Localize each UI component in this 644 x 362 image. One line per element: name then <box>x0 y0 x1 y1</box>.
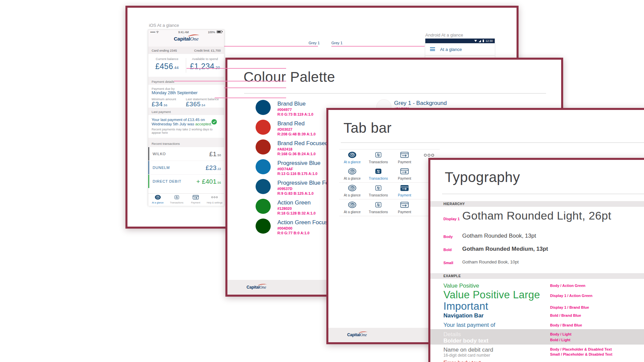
typography-title: Typography <box>445 169 520 185</box>
swatch-circle <box>256 139 271 155</box>
phone-tab-transactions[interactable]: Transactions <box>167 194 186 206</box>
at-a-glance-icon <box>155 195 161 200</box>
swatch-name: Action Green Focused <box>277 219 334 226</box>
swatch-hex: #0D74AF <box>277 167 293 171</box>
payment-due-annotation-line <box>224 87 286 88</box>
hamburger-menu-icon[interactable] <box>430 47 435 52</box>
last-payment-line1: Your last payment of £13.45 on <box>152 118 205 122</box>
transaction-name: DIRECT DEBIT <box>153 179 181 183</box>
phone-tab-payment[interactable]: Payment <box>186 194 205 206</box>
last-payment-line2: Wednesday 5th July was accepted. <box>152 122 212 126</box>
android-artboard-label: Android At a glance <box>425 33 463 38</box>
payment-details-annotation-line <box>174 81 286 81</box>
swatch-hex: #004D00 <box>277 226 292 230</box>
section-payment-details: Payment details <box>152 80 174 83</box>
phone-tab-label: Payment <box>186 201 205 204</box>
tab-bar-title: Tab bar <box>343 120 392 136</box>
example-note: Display 1 / Action Green <box>550 294 592 298</box>
at-a-glance-icon <box>348 201 357 208</box>
iphone-mockup: ••••• 9:41 AM 100% CapitalOne <box>148 29 224 206</box>
current-balance-label: Current balance <box>148 57 186 61</box>
tab-item-at-a-glance[interactable]: At a glance <box>339 152 365 164</box>
phone-tab-help-settings[interactable]: Help & settings <box>205 194 224 206</box>
style-guide-canvas: iOS At a glance ••••• 9:41 AM 100% <box>0 0 644 362</box>
type-tag: Bold <box>443 248 451 252</box>
battery-icon <box>483 40 484 42</box>
swatch-circle <box>256 159 271 174</box>
payment-icon <box>400 168 409 175</box>
example-card-number: 16-digit debit card number <box>443 353 490 358</box>
overflow-dots-icon[interactable] <box>424 153 435 158</box>
type-tag: Small <box>443 261 453 265</box>
tab-item-transactions[interactable]: Transactions <box>365 168 391 180</box>
swatch-name: Brand Blue <box>277 101 306 107</box>
carrier-signal-icon: ••••• <box>150 31 159 34</box>
swatch-rgb: R:208 G:48 B:39 A:1.0 <box>277 132 316 136</box>
title-rule <box>341 142 644 143</box>
tab-item-label: At a glance <box>339 160 365 164</box>
tab-item-payment[interactable]: Payment <box>391 185 418 197</box>
title-rule <box>244 93 546 94</box>
example-value-positive: Value Positive <box>443 283 479 289</box>
wifi-icon <box>156 31 159 33</box>
last-statement-amount: £365.54 <box>186 101 205 108</box>
tab-bar-state-row: At a glance Transactions Payment <box>339 199 440 216</box>
example-note: Display 1 / Brand Blue <box>550 305 589 309</box>
swatch-hex: #A82418 <box>277 147 292 151</box>
payment-icon <box>193 195 199 200</box>
example-name-on-debit-card: Name on debit card <box>443 347 493 353</box>
tab-item-payment[interactable]: Payment <box>391 201 418 214</box>
transaction-row[interactable]: DIRECT DEBIT + £401.56 <box>148 175 224 188</box>
tab-bar-state-row: At a glance Transactions Payment <box>339 149 440 166</box>
tab-item-transactions[interactable]: Transactions <box>365 152 391 164</box>
swatch-name: Grey 1 - Background <box>394 100 447 107</box>
grey1-annotation-label: Grey 1 <box>309 41 320 45</box>
swatch-rgb: R:168 G:36 B:24 A:1.0 <box>277 152 316 156</box>
swatch-rgb: R:13 G:116 B:175 A:1.0 <box>277 172 317 176</box>
example-note: Body / Light <box>550 332 572 336</box>
logo-swoosh <box>187 34 200 37</box>
tab-item-payment[interactable]: Payment <box>391 152 418 164</box>
credit-limit: Credit limit: £1,700 <box>194 49 221 52</box>
phone-tab-label: Transactions <box>167 201 186 204</box>
payment-details-card: Payment due by Monday 28th September Min… <box>148 85 224 108</box>
ios-status-bar: ••••• 9:41 AM 100% <box>148 30 224 35</box>
transactions-icon <box>375 201 382 208</box>
tab-item-payment[interactable]: Payment <box>391 168 418 180</box>
transaction-amount: £23.22 <box>206 164 221 172</box>
example-error-text: Error body text <box>443 360 481 362</box>
available-to-spend-label: Available to spend <box>186 57 224 61</box>
payment-icon <box>400 185 409 191</box>
transactions-icon <box>375 152 382 158</box>
tab-item-transactions[interactable]: Transactions <box>365 185 391 197</box>
transaction-amount: £1.50 <box>209 150 221 158</box>
minimum-amount: £34.56 <box>152 101 167 108</box>
phone-tab-label: Help & settings <box>205 201 224 204</box>
battery-icon <box>217 31 222 33</box>
status-time: 9:41 AM <box>178 31 189 34</box>
available-to-spend-amount: £1,234.20 <box>186 62 224 71</box>
example-section-header: EXAMPLE <box>430 273 644 279</box>
tab-item-label: At a glance <box>339 210 365 214</box>
transaction-row[interactable]: DUNELM £23.22 <box>148 161 224 174</box>
tab-item-at-a-glance[interactable]: At a glance <box>339 201 365 214</box>
type-sample-small: Gotham Rounded Book, 10pt <box>462 259 519 264</box>
transaction-row[interactable]: WILKO £1.50 <box>148 147 224 161</box>
tab-item-at-a-glance[interactable]: At a glance <box>339 168 365 180</box>
swatch-rgb: R:18 G:128 B:32 A:1.0 <box>277 211 316 215</box>
tab-item-transactions[interactable]: Transactions <box>365 201 391 214</box>
swatch-hex: #004977 <box>277 108 292 112</box>
tab-item-label: Transactions <box>365 177 391 180</box>
phone-tab-at-a-glance[interactable]: At a glance <box>148 194 167 206</box>
payment-icon <box>400 152 409 158</box>
tab-bar-state-row: At a glance Transactions Payment <box>339 183 440 199</box>
help-settings-dots-icon <box>211 195 218 200</box>
transactions-icon <box>375 185 382 191</box>
card-ending: Card ending 2345 <box>152 49 177 52</box>
tab-item-at-a-glance[interactable]: At a glance <box>339 185 365 197</box>
swatch-hex: #D03027 <box>277 127 292 131</box>
grey1-annotation-line <box>331 46 425 47</box>
transaction-name: WILKO <box>153 152 166 156</box>
transaction-accent <box>148 161 149 174</box>
android-app-bar-title: At a glance <box>440 47 462 52</box>
